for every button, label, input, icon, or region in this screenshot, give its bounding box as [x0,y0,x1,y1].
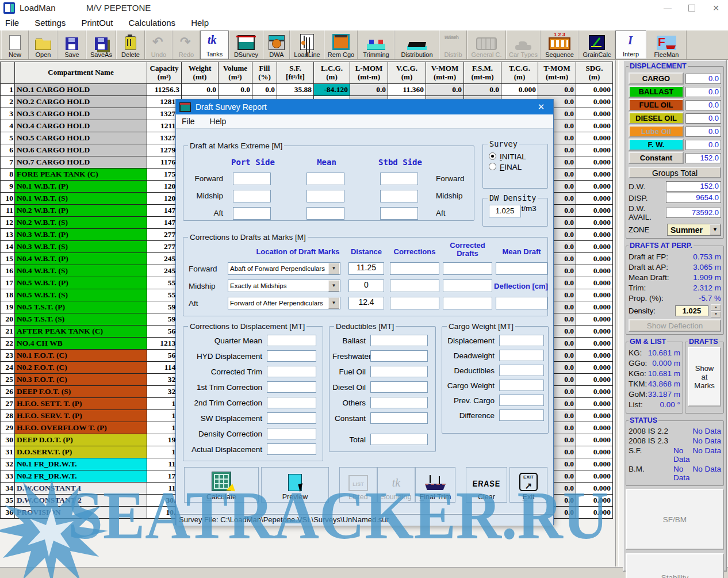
menu-settings[interactable]: Settings [35,18,66,28]
toolbar-delete-button[interactable]: Delete [116,30,145,59]
corrections-input[interactable] [390,280,439,292]
sdg-cell[interactable]: 0.000 [576,386,613,398]
draft-mark-location-select[interactable]: Exactly at Midships▼ [228,280,340,292]
compartment-name-cell[interactable]: D.W.CONSTANT 1 [15,483,147,495]
sdg-cell[interactable]: 0.000 [576,410,613,422]
compartment-name-cell[interactable]: DEEP F.O.T. (S) [15,386,147,398]
compartment-name-cell[interactable]: D.W.CONSTANT 2 [15,495,147,507]
toolbar-sequence-button[interactable]: Sequence [541,30,578,59]
compartment-name-cell[interactable]: N0.1 W.B.T. (S) [15,193,147,205]
toolbar-dwa-button[interactable]: DWA [263,30,290,59]
deadweight-input[interactable] [499,350,544,361]
total-input[interactable] [370,434,428,445]
sdg-cell[interactable]: 0.000 [576,169,613,181]
compartment-name-cell[interactable]: NO.4 CH WB [15,338,147,350]
sdg-cell[interactable]: 0.000 [576,181,613,193]
draft-mark-input[interactable] [306,207,344,220]
compartment-name-cell[interactable]: AFTER PEAK TANK (C) [15,326,147,338]
sdg-cell[interactable]: 0.000 [576,241,613,253]
toolbar-new-button[interactable]: New [1,30,29,59]
sdg-cell[interactable]: 0.000 [576,193,613,205]
clear-button[interactable]: ERASEClear [466,467,507,503]
draft-mark-input[interactable] [380,190,418,202]
ballast-input[interactable] [370,335,428,346]
compartment-name-cell[interactable]: N0.4 W.B.T. (P) [15,253,147,265]
toolbar-interp-button[interactable]: Interp [615,30,646,59]
compartment-name-cell[interactable]: N0.1 FR_DR.W.T. [15,458,147,470]
cargo-weight-input[interactable] [499,380,544,391]
sdg-cell[interactable]: 0.000 [576,446,613,458]
corrected-trim-input[interactable] [267,366,316,377]
sdg-cell[interactable]: 0.000 [576,84,613,96]
menu-file[interactable]: File [5,18,19,28]
sdg-cell[interactable]: 0.000 [576,470,613,483]
volume-cell[interactable]: 0.0 [219,84,252,96]
sdg-cell[interactable]: 0.000 [576,96,613,108]
hyd-displacement-input[interactable] [267,350,316,362]
vmom-cell[interactable]: 0.0 [426,84,464,96]
toolbar-tanks-button[interactable]: Tanks [200,30,229,59]
compartment-name-cell[interactable]: N0.5 W.B.T. (P) [15,277,147,289]
displacement-input[interactable] [499,335,544,346]
sdg-cell[interactable]: 0.000 [576,205,613,217]
preview-button[interactable]: Preview [261,467,329,503]
toolbar-graincalc-button[interactable]: GrainCalc [578,30,615,59]
capacity-cell[interactable]: 11256.3 [147,84,182,96]
sdg-cell[interactable]: 0.000 [576,338,613,350]
sdg-cell[interactable]: 0.000 [576,289,613,301]
sdg-cell[interactable]: 0.000 [576,120,613,132]
toolbar-open-button[interactable]: Open [29,30,58,59]
mean-draft-input[interactable] [496,262,547,275]
compartment-name-cell[interactable]: N0.3 W.B.T. (P) [15,229,147,241]
sdg-cell[interactable]: 0.000 [576,434,613,446]
compartment-name-cell[interactable]: FORE PEAK TANK (C) [15,169,147,181]
sdg-cell[interactable]: 0.000 [576,483,613,495]
tcg-cell[interactable]: 0.000 [501,84,538,96]
sdg-cell[interactable]: 0.000 [576,507,613,519]
distance-input[interactable]: 11.25 [348,262,384,275]
toolbar-loadline-button[interactable]: LoadLine [290,30,324,59]
sw-displacement-input[interactable] [267,412,316,424]
sdg-cell[interactable]: 0.000 [576,422,613,434]
corrections-input[interactable] [390,262,439,275]
compartment-name-cell[interactable]: N0.2 W.B.T. (S) [15,217,147,229]
mean-draft-input[interactable] [496,297,547,309]
lmom-cell[interactable]: 0.0 [350,84,388,96]
fuel-oil-input[interactable] [370,366,428,377]
draft-mark-input[interactable] [380,173,418,185]
menu-calculations[interactable]: Calculations [128,18,175,28]
density-stepper[interactable]: ▲▼ [711,304,721,317]
sdg-cell[interactable]: 0.000 [576,144,613,156]
maximize-button[interactable] [680,0,704,16]
compartment-name-cell[interactable]: NO.4 CARGO HOLD [15,120,147,132]
compartment-name-cell[interactable]: NO.2 CARGO HOLD [15,96,147,108]
dialog-menu-help[interactable]: Help [210,117,227,126]
compartment-name-cell[interactable]: N0.3 F.O.T. (C) [15,374,147,386]
fsm-cell[interactable]: 0.0 [464,84,501,96]
compartment-name-cell[interactable]: H.F.O. OVERFLOW T. (P) [15,422,147,434]
tank-group-button-f-w-[interactable]: F. W. [629,139,684,151]
sdg-cell[interactable]: 0.000 [576,301,613,313]
actual-displacement-input[interactable] [267,443,316,455]
sdg-cell[interactable]: 0.000 [576,132,613,144]
quarter-mean-input[interactable] [267,335,316,346]
1st-trim-correction-input[interactable] [267,381,316,393]
weight-cell[interactable]: 0.0 [182,84,219,96]
compartment-name-cell[interactable]: D.O.SERV.T. (P) [15,446,147,458]
compartment-name-cell[interactable]: N0.5 T.S.T. (P) [15,301,147,313]
sdg-cell[interactable]: 0.000 [576,229,613,241]
deductibles-input[interactable] [499,365,544,376]
draft-mark-input[interactable] [380,207,418,220]
sdg-cell[interactable]: 0.000 [576,277,613,289]
compartment-name-cell[interactable]: N0.5 W.B.T. (S) [15,289,147,301]
toolbar-trimming-button[interactable]: Trimming [358,30,394,59]
final-trim-button[interactable]: Final Trim [415,467,455,503]
sdg-cell[interactable]: 0.000 [576,217,613,229]
corrected-draft-input[interactable] [443,262,492,275]
dialog-close-button[interactable]: ✕ [529,102,553,112]
compartment-name-cell[interactable]: N0.1 F.O.T. (C) [15,350,147,362]
corrected-draft-input[interactable] [443,297,492,309]
draft-mark-input[interactable] [233,207,271,220]
distance-input[interactable]: 0 [348,280,384,292]
draft-mark-input[interactable] [306,190,344,202]
